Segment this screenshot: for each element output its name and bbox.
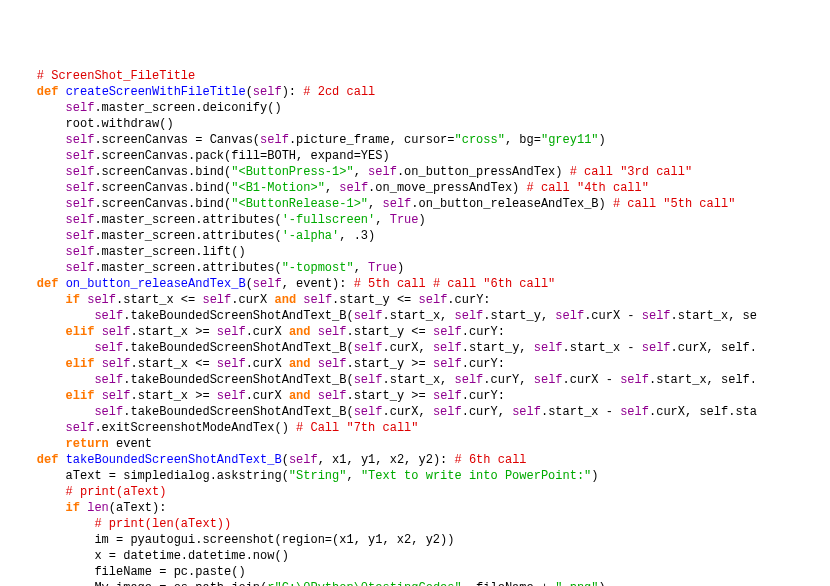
token: .start_y <= bbox=[332, 293, 418, 307]
token bbox=[8, 245, 66, 259]
token: .curY, bbox=[462, 405, 512, 419]
token-builtin: self bbox=[66, 181, 95, 195]
code-line: self.screenCanvas.pack(fill=BOTH, expand… bbox=[8, 148, 822, 164]
token-builtin: self bbox=[66, 149, 95, 163]
code-line: def createScreenWithFileTitle(self): # 2… bbox=[8, 84, 822, 100]
token: .curX, self.sta bbox=[649, 405, 757, 419]
token-comm: # 5th call # call "6th call" bbox=[354, 277, 556, 291]
token-str: "-topmost" bbox=[282, 261, 354, 275]
code-line: if len(aText): bbox=[8, 500, 822, 516]
token: .start_x - bbox=[563, 341, 642, 355]
token-builtin: self bbox=[253, 277, 282, 291]
token-builtin: self bbox=[354, 405, 383, 419]
token-kw: and bbox=[289, 389, 318, 403]
token: .start_x, bbox=[382, 309, 454, 323]
token-builtin: self bbox=[433, 389, 462, 403]
code-block: # ScreenShot_FileTitle def createScreenW… bbox=[8, 68, 822, 586]
token: .screenCanvas.pack(fill=BOTH, expand=YES… bbox=[94, 149, 389, 163]
token-builtin: self bbox=[512, 405, 541, 419]
token-str: "<ButtonRelease-1>" bbox=[231, 197, 368, 211]
token: .screenCanvas.bind( bbox=[94, 165, 231, 179]
token: ) bbox=[419, 213, 426, 227]
token: .master_screen.lift() bbox=[94, 245, 245, 259]
token bbox=[8, 485, 66, 499]
token-comm: # print(len(aText)) bbox=[94, 517, 231, 531]
code-line: aText = simpledialog.askstring("String",… bbox=[8, 468, 822, 484]
token-kw: if bbox=[66, 293, 88, 307]
token: .start_x, bbox=[382, 373, 454, 387]
token bbox=[8, 373, 94, 387]
token bbox=[8, 165, 66, 179]
token: .screenCanvas.bind( bbox=[94, 197, 231, 211]
token-builtin: self bbox=[433, 357, 462, 371]
token-builtin: self bbox=[318, 389, 347, 403]
token: .start_y >= bbox=[347, 389, 433, 403]
token: .curY, bbox=[483, 373, 533, 387]
token-builtin: self bbox=[289, 453, 318, 467]
token: root.withdraw() bbox=[8, 117, 174, 131]
token: .curX - bbox=[584, 309, 642, 323]
token: event bbox=[116, 437, 152, 451]
code-line: # print(aText) bbox=[8, 484, 822, 500]
token-str: ".png" bbox=[555, 581, 598, 586]
token-builtin: self bbox=[382, 197, 411, 211]
token: .takeBoundedScreenShotAndText_B( bbox=[123, 341, 353, 355]
token: .curY: bbox=[462, 389, 505, 403]
code-line: def on_button_releaseAndTex_B(self, even… bbox=[8, 276, 822, 292]
token-builtin: self bbox=[419, 293, 448, 307]
token bbox=[8, 453, 37, 467]
token-comm: # call "5th call" bbox=[613, 197, 735, 211]
token: .exitScreenshotModeAndTex() bbox=[94, 421, 296, 435]
token: , bbox=[346, 469, 360, 483]
token-comm: # call "3rd call" bbox=[570, 165, 692, 179]
code-line: return event bbox=[8, 436, 822, 452]
token-builtin: self bbox=[318, 357, 347, 371]
token: .curX, bbox=[382, 341, 432, 355]
token: ) bbox=[397, 261, 404, 275]
token: .start_y <= bbox=[347, 325, 433, 339]
token-builtin: self bbox=[620, 405, 649, 419]
token: .master_screen.deiconify() bbox=[94, 101, 281, 115]
code-line: self.screenCanvas.bind("<ButtonPress-1>"… bbox=[8, 164, 822, 180]
token-builtin: self bbox=[102, 325, 131, 339]
token-builtin: self bbox=[455, 309, 484, 323]
token: aText = simpledialog.askstring( bbox=[8, 469, 289, 483]
code-line: self.takeBoundedScreenShotAndText_B(self… bbox=[8, 372, 822, 388]
code-line: im = pyautogui.screenshot(region=(x1, y1… bbox=[8, 532, 822, 548]
token bbox=[8, 85, 37, 99]
token-builtin: self bbox=[102, 357, 131, 371]
token: ( bbox=[246, 85, 253, 99]
token-builtin: self bbox=[253, 85, 282, 99]
token: ( bbox=[282, 453, 289, 467]
token-builtin: self bbox=[94, 405, 123, 419]
token: .curX bbox=[246, 357, 289, 371]
token bbox=[8, 277, 37, 291]
token: .start_x >= bbox=[130, 325, 216, 339]
token-builtin: self bbox=[303, 293, 332, 307]
code-line: self.screenCanvas.bind("<ButtonRelease-1… bbox=[8, 196, 822, 212]
token-str: r"C:\0Python\0testingCodes" bbox=[267, 581, 461, 586]
token-builtin: True bbox=[368, 261, 397, 275]
token-builtin: self bbox=[66, 421, 95, 435]
token: ( bbox=[246, 277, 253, 291]
token-builtin: self bbox=[217, 357, 246, 371]
token: .start_x <= bbox=[130, 357, 216, 371]
token-builtin: self bbox=[555, 309, 584, 323]
token bbox=[8, 133, 66, 147]
token: , bbox=[354, 165, 368, 179]
token: .start_x >= bbox=[130, 389, 216, 403]
token: ): bbox=[282, 85, 304, 99]
token: .takeBoundedScreenShotAndText_B( bbox=[123, 405, 353, 419]
token: .on_move_pressAndTex) bbox=[368, 181, 526, 195]
token-kw: def bbox=[37, 85, 66, 99]
token bbox=[8, 389, 66, 403]
token: .start_x, se bbox=[671, 309, 757, 323]
token: , bbox=[325, 181, 339, 195]
token-str: '-fullscreen' bbox=[282, 213, 376, 227]
token-kw: def bbox=[37, 277, 66, 291]
token: .curX bbox=[246, 389, 289, 403]
token-kw: and bbox=[274, 293, 303, 307]
token bbox=[8, 437, 66, 451]
token-builtin: self bbox=[534, 373, 563, 387]
token-builtin: self bbox=[66, 197, 95, 211]
